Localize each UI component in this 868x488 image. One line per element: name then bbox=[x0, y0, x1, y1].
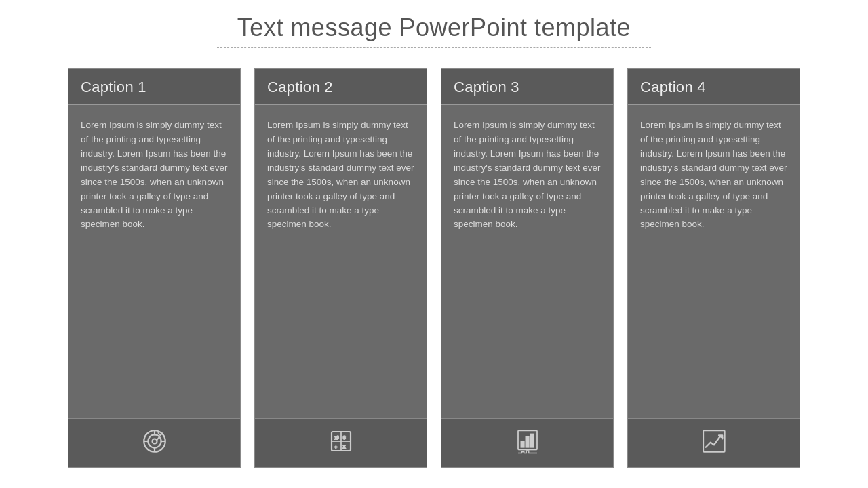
card-1-title: Caption 1 bbox=[81, 79, 146, 96]
card-4-header: Caption 4 bbox=[628, 69, 800, 105]
card-4: Caption 4 Lorem Ipsum is simply dummy te… bbox=[627, 68, 800, 468]
svg-rect-18 bbox=[530, 434, 533, 447]
card-2-body: Lorem Ipsum is simply dummy text of the … bbox=[255, 105, 427, 418]
card-3-body: Lorem Ipsum is simply dummy text of the … bbox=[441, 105, 613, 418]
card-2: Caption 2 Lorem Ipsum is simply dummy te… bbox=[254, 68, 427, 468]
card-4-text: Lorem Ipsum is simply dummy text of the … bbox=[640, 119, 787, 232]
svg-rect-17 bbox=[526, 436, 528, 447]
svg-text:+: + bbox=[334, 443, 337, 448]
title-divider bbox=[217, 47, 651, 48]
card-1-footer bbox=[68, 418, 240, 467]
card-1-body: Lorem Ipsum is simply dummy text of the … bbox=[68, 105, 240, 418]
card-1-header: Caption 1 bbox=[68, 69, 240, 105]
page-container: Text message PowerPoint template Caption… bbox=[0, 0, 868, 488]
svg-text:x²: x² bbox=[334, 435, 339, 440]
svg-point-2 bbox=[152, 439, 157, 443]
card-3-title: Caption 3 bbox=[454, 79, 519, 96]
svg-rect-16 bbox=[521, 441, 524, 447]
card-4-title: Caption 4 bbox=[640, 79, 706, 96]
card-2-text: Lorem Ipsum is simply dummy text of the … bbox=[267, 119, 414, 232]
page-title: Text message PowerPoint template bbox=[237, 14, 631, 42]
card-3: Caption 3 Lorem Ipsum is simply dummy te… bbox=[441, 68, 614, 468]
card-1-text: Lorem Ipsum is simply dummy text of the … bbox=[81, 119, 228, 232]
card-3-header: Caption 3 bbox=[441, 69, 613, 105]
trend-icon bbox=[700, 427, 728, 460]
card-2-header: Caption 2 bbox=[255, 69, 427, 105]
target-icon bbox=[140, 427, 169, 460]
cards-container: Caption 1 Lorem Ipsum is simply dummy te… bbox=[27, 68, 841, 468]
bar-chart-icon bbox=[513, 427, 542, 460]
svg-text:6: 6 bbox=[342, 435, 345, 440]
card-2-title: Caption 2 bbox=[267, 79, 333, 96]
formula-icon: x² 6 + x bbox=[327, 427, 355, 460]
card-3-text: Lorem Ipsum is simply dummy text of the … bbox=[454, 119, 601, 232]
svg-rect-20 bbox=[703, 430, 725, 452]
card-1: Caption 1 Lorem Ipsum is simply dummy te… bbox=[68, 68, 241, 468]
svg-text:x: x bbox=[342, 443, 345, 448]
card-3-footer bbox=[441, 418, 613, 467]
card-4-body: Lorem Ipsum is simply dummy text of the … bbox=[628, 105, 800, 418]
card-2-footer: x² 6 + x bbox=[255, 418, 427, 467]
card-4-footer bbox=[628, 418, 800, 467]
